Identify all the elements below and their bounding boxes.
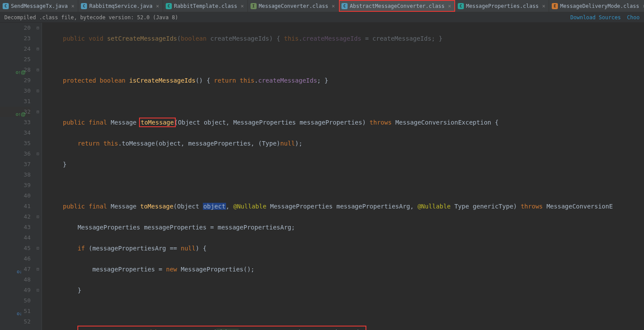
close-icon[interactable]: × (71, 3, 74, 9)
line-number: 44 (0, 233, 31, 243)
line-number: 48 (0, 274, 31, 285)
line-number: 43 (0, 222, 31, 233)
tab-label: SendMessageTx.java (11, 3, 68, 9)
tab-label: MessageProperties.class (466, 3, 539, 9)
selected-param-object: object (203, 203, 226, 210)
line-number: 39 (0, 180, 31, 191)
tab-label: RabbitTemplate.class (174, 3, 237, 9)
close-icon[interactable]: × (542, 3, 545, 9)
tab-label: RabbitmqService.java (89, 3, 153, 9)
line-number: 36 (0, 149, 31, 159)
line-number-gutter: 20 23 24 25 28o↑@ 29 30 31 32o↑@ 33 34 3… (0, 23, 34, 330)
line-number: 23 (0, 33, 31, 44)
tab-sendmessagetx[interactable]: C SendMessageTx.java × (0, 0, 78, 12)
line-number: 38 (0, 170, 31, 180)
line-number: 52 (0, 316, 31, 327)
line-number: 49 (0, 285, 31, 295)
line-number: 25 (0, 54, 31, 65)
java-file-icon: C (81, 3, 87, 9)
line-number: 29 (0, 75, 31, 86)
override-down-icon[interactable]: o↓ (16, 308, 22, 314)
line-number: 40 (0, 191, 31, 201)
tab-label: MessageConverter.class (259, 3, 328, 9)
line-number: 50 (0, 295, 31, 306)
tab-abstractmessageconverter[interactable]: C AbstractMessageConverter.class × (339, 0, 455, 12)
class-file-icon: C (166, 3, 172, 9)
close-icon[interactable]: × (156, 3, 159, 9)
close-icon[interactable]: × (241, 3, 244, 9)
override-up-icon[interactable]: o↑@ (16, 109, 22, 115)
override-up-icon[interactable]: o↑@ (16, 67, 22, 73)
line-number: 42 (0, 212, 31, 222)
line-number: 46 (0, 254, 31, 264)
decompile-info-bar: Decompiled .class file, bytecode version… (0, 12, 644, 23)
tab-rabbittemplate[interactable]: C RabbitTemplate.class × (163, 0, 248, 12)
tab-messagedeliverymode[interactable]: E MessageDeliveryMode.class × (549, 0, 644, 12)
line-number: 41 (0, 201, 31, 212)
class-file-icon: C (341, 3, 348, 9)
tomessage-highlight: toMessage (140, 119, 174, 126)
class-file-icon: I (251, 3, 257, 9)
tab-label: AbstractMessageConverter.class (350, 3, 445, 9)
tab-label: MessageDeliveryMode.class (560, 3, 639, 9)
line-number: 51o↓ (0, 306, 31, 316)
line-number: 32o↑@ (0, 107, 31, 117)
override-down-icon[interactable]: o↓ (16, 266, 22, 272)
close-icon[interactable]: × (332, 3, 335, 9)
close-icon[interactable]: × (448, 3, 451, 9)
choose-sources-link[interactable]: Choo (627, 14, 640, 21)
line-number: 31 (0, 96, 31, 107)
class-file-icon: C (458, 3, 464, 9)
download-sources-link[interactable]: Download Sources (571, 14, 621, 21)
fold-column: ⊟⊟ ⊟⊡ ⊟ ⊡ ⊡ ⊡⊟ ⊡ (34, 23, 42, 330)
decompile-info-text: Decompiled .class file, bytecode version… (4, 14, 178, 21)
line-number: 47o↓ (0, 264, 31, 274)
line-number: 37 (0, 159, 31, 170)
line-number: 33 (0, 117, 31, 128)
tab-rabbitmqservice[interactable]: C RabbitmqService.java × (78, 0, 163, 12)
tab-messageconverter[interactable]: I MessageConverter.class × (248, 0, 339, 12)
code-content[interactable]: public void setCreateMessageIds(boolean … (42, 23, 613, 330)
class-file-icon: E (552, 3, 558, 9)
line-number: 35 (0, 138, 31, 149)
line-number: 30 (0, 86, 31, 96)
createmessage-call-highlight: Message message = this.createMessage(obj… (77, 326, 366, 330)
java-file-icon: C (3, 3, 9, 9)
tab-messageproperties[interactable]: C MessageProperties.class × (455, 0, 549, 12)
line-number: 28o↑@ (0, 65, 31, 75)
line-number: 34 (0, 128, 31, 138)
line-number: 45 (0, 243, 31, 254)
code-editor[interactable]: 20 23 24 25 28o↑@ 29 30 31 32o↑@ 33 34 3… (0, 23, 644, 330)
line-number: 24 (0, 44, 31, 54)
line-number: 20 (0, 23, 31, 33)
editor-tab-bar: C SendMessageTx.java × C RabbitmqService… (0, 0, 644, 12)
